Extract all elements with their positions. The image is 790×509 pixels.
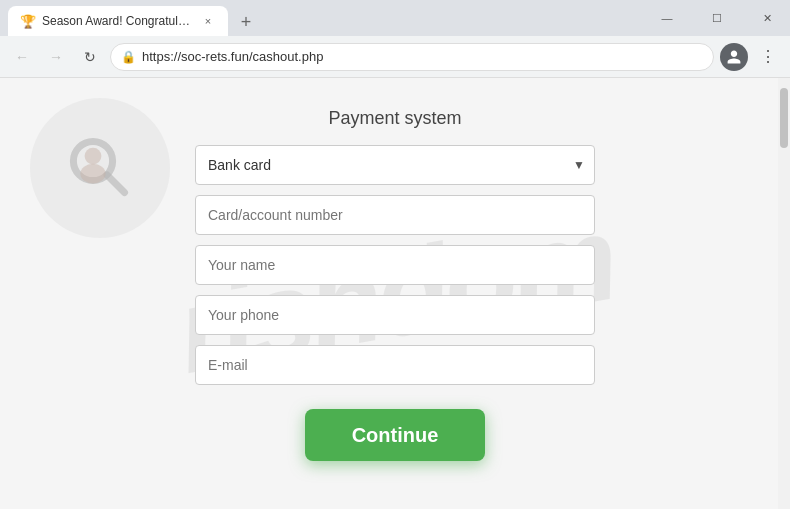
svg-point-3 (80, 164, 105, 184)
card-number-input[interactable] (195, 195, 595, 235)
browser-tab[interactable]: 🏆 Season Award! Congratulations! × (8, 6, 228, 36)
browser-menu-button[interactable]: ⋮ (754, 43, 782, 71)
your-phone-input[interactable] (195, 295, 595, 335)
form-title: Payment system (328, 108, 461, 129)
svg-point-2 (85, 148, 102, 165)
scrollbar-thumb[interactable] (780, 88, 788, 148)
new-tab-button[interactable]: + (232, 8, 260, 36)
logo-icon (60, 128, 140, 208)
profile-button[interactable] (720, 43, 748, 71)
card-number-group (195, 195, 595, 235)
title-bar: 🏆 Season Award! Congratulations! × + — ☐… (0, 0, 790, 36)
payment-method-select[interactable]: Bank card PayPal Crypto (195, 145, 595, 185)
url-text: https://soc-rets.fun/cashout.php (142, 49, 703, 64)
payment-form: Payment system Bank card PayPal Crypto ▼ (195, 108, 595, 461)
continue-button[interactable]: Continue (305, 409, 485, 461)
your-name-group (195, 245, 595, 285)
logo-watermark (30, 98, 170, 238)
email-input[interactable] (195, 345, 595, 385)
reload-button[interactable]: ↻ (76, 43, 104, 71)
web-page: rishdom Payment system Bank card PayPal … (0, 78, 790, 509)
maximize-button[interactable]: ☐ (694, 0, 740, 36)
payment-method-group: Bank card PayPal Crypto ▼ (195, 145, 595, 185)
lock-icon: 🔒 (121, 50, 136, 64)
your-phone-group (195, 295, 595, 335)
browser-chrome: 🏆 Season Award! Congratulations! × + — ☐… (0, 0, 790, 78)
tab-title: Season Award! Congratulations! (42, 14, 194, 28)
scrollbar[interactable] (778, 78, 790, 509)
back-button[interactable]: ← (8, 43, 36, 71)
email-group (195, 345, 595, 385)
window-controls: — ☐ ✕ (644, 0, 790, 36)
page-content: rishdom Payment system Bank card PayPal … (0, 78, 790, 509)
svg-line-1 (107, 175, 125, 193)
tab-favicon: 🏆 (20, 13, 36, 29)
browser-toolbar: ← → ↻ 🔒 https://soc-rets.fun/cashout.php… (0, 36, 790, 78)
minimize-button[interactable]: — (644, 0, 690, 36)
close-button[interactable]: ✕ (744, 0, 790, 36)
forward-button[interactable]: → (42, 43, 70, 71)
your-name-input[interactable] (195, 245, 595, 285)
tab-close-button[interactable]: × (200, 13, 216, 29)
address-bar[interactable]: 🔒 https://soc-rets.fun/cashout.php (110, 43, 714, 71)
